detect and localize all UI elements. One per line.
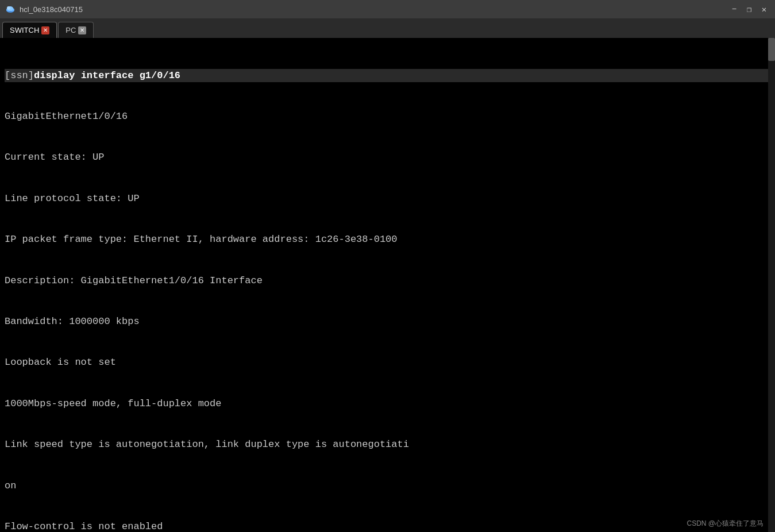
tab-switch[interactable]: SWITCH ✕ bbox=[2, 22, 57, 38]
terminal-line-7: 1000Mbps-speed mode, full-duplex mode bbox=[5, 397, 770, 411]
terminal[interactable]: [ssn]display interface g1/0/16 GigabitEt… bbox=[0, 38, 775, 532]
title-bar-left: hcl_0e318c040715 bbox=[5, 3, 83, 15]
terminal-line-9: on bbox=[5, 479, 770, 493]
window-controls: − ❐ ✕ bbox=[728, 3, 770, 16]
window-title: hcl_0e318c040715 bbox=[20, 5, 83, 14]
tab-pc[interactable]: PC ✕ bbox=[58, 22, 94, 38]
tab-pc-close[interactable]: ✕ bbox=[78, 26, 86, 34]
tab-pc-label: PC bbox=[65, 26, 76, 34]
command-prompt: [ssn] bbox=[5, 70, 34, 81]
app-icon bbox=[5, 3, 16, 15]
command-line: [ssn]display interface g1/0/16 bbox=[5, 69, 770, 83]
terminal-line-1: Current state: UP bbox=[5, 151, 770, 164]
tab-switch-label: SWITCH bbox=[10, 26, 39, 34]
scrollbar-thumb[interactable] bbox=[768, 38, 775, 61]
terminal-line-6: Loopback is not set bbox=[5, 356, 770, 369]
tab-bar: SWITCH ✕ PC ✕ bbox=[0, 18, 775, 38]
tab-switch-close[interactable]: ✕ bbox=[41, 26, 49, 34]
svg-point-4 bbox=[7, 6, 10, 10]
terminal-line-3: IP packet frame type: Ethernet II, hardw… bbox=[5, 233, 770, 246]
restore-button[interactable]: ❐ bbox=[743, 3, 755, 16]
terminal-line-10: Flow-control is not enabled bbox=[5, 520, 770, 532]
terminal-line-5: Bandwidth: 1000000 kbps bbox=[5, 315, 770, 329]
terminal-line-0: GigabitEthernet1/0/16 bbox=[5, 110, 770, 124]
close-button[interactable]: ✕ bbox=[758, 3, 770, 16]
title-bar: hcl_0e318c040715 − ❐ ✕ bbox=[0, 0, 775, 18]
terminal-line-2: Line protocol state: UP bbox=[5, 192, 770, 206]
terminal-line-8: Link speed type is autonegotiation, link… bbox=[5, 438, 770, 452]
command-text: display interface g1/0/16 bbox=[34, 70, 180, 81]
scrollbar[interactable] bbox=[768, 38, 775, 532]
terminal-line-4: Description: GigabitEthernet1/0/16 Inter… bbox=[5, 274, 770, 288]
minimize-button[interactable]: − bbox=[728, 3, 741, 16]
watermark: CSDN @心猿牵住了意马 bbox=[687, 519, 764, 529]
